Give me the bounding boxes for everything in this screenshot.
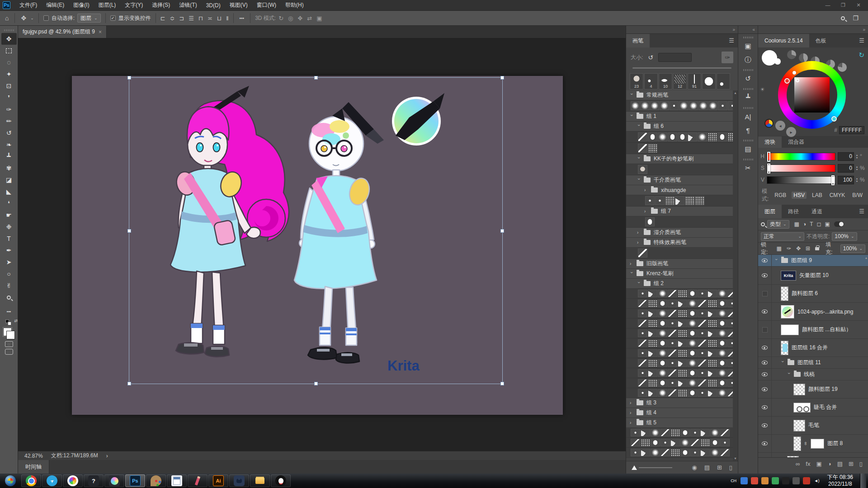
search-icon[interactable] <box>841 16 845 20</box>
brush-group-特殊效果画笔[interactable]: ›特殊效果画笔 <box>626 238 738 248</box>
brush-thumbnail[interactable] <box>668 389 677 397</box>
chevron-down-icon[interactable]: › <box>637 125 642 128</box>
brush-thumbnail[interactable] <box>651 439 660 446</box>
mixer-brush-tool[interactable]: ❧ <box>1 139 17 150</box>
brush-thumbnail[interactable] <box>638 329 647 337</box>
tray-display[interactable] <box>793 477 800 484</box>
brush-thumbnail[interactable] <box>648 359 657 367</box>
quick-mask-button[interactable]: ◌ <box>5 341 13 347</box>
transform-handle[interactable] <box>127 76 131 80</box>
lock-move-icon[interactable]: ✥ <box>795 245 802 252</box>
brush-thumbnail[interactable] <box>648 310 657 317</box>
document-tab[interactable]: fgujgv.psd @ 42.9% (图层组 9 × <box>18 26 107 38</box>
layer-effects-icon[interactable]: fx <box>806 460 810 467</box>
3d-roll-icon[interactable]: ◎ <box>288 15 293 22</box>
status-chevron-icon[interactable]: › <box>106 453 108 459</box>
menu-帮助(H)[interactable]: 帮助(H) <box>281 0 308 11</box>
gamut-pie-icon[interactable] <box>787 50 796 59</box>
default-colors-icon[interactable]: ⇄ <box>5 319 13 326</box>
brush-thumbnail[interactable] <box>638 389 647 397</box>
chevron-icon[interactable]: › <box>787 373 792 376</box>
3d-orbit-icon[interactable]: ↻ <box>278 15 283 22</box>
transform-handle[interactable] <box>314 382 318 385</box>
brush-thumbnail[interactable] <box>698 310 707 317</box>
brush-thumbnail[interactable] <box>678 349 687 357</box>
lock-transparent-icon[interactable]: ▦ <box>776 245 783 252</box>
screen-mode-button[interactable] <box>5 349 13 355</box>
brush-thumbnail[interactable] <box>648 319 657 327</box>
spinner[interactable]: ▴▾ <box>856 165 858 171</box>
scroll-down-icon[interactable]: ▾ <box>734 456 736 460</box>
brush-thumbnail[interactable] <box>708 379 717 387</box>
recent-brush[interactable]: 10 <box>659 73 672 89</box>
history-panel-icon[interactable]: ↺ <box>741 72 756 85</box>
ellipse-tool[interactable]: ○ <box>1 268 17 280</box>
harmony-next-button[interactable]: ▸ <box>786 127 796 137</box>
brush-thumbnail[interactable] <box>631 429 640 436</box>
brush-thumbnail[interactable] <box>698 349 707 357</box>
hand-tool[interactable]: ✌ <box>1 280 17 291</box>
mode-CMYK[interactable]: CMYK <box>828 192 847 199</box>
quick-selection-tool[interactable]: ✦ <box>1 68 17 80</box>
chevron-down-icon[interactable]: › <box>629 115 634 118</box>
slider-marker[interactable] <box>767 164 770 174</box>
3d-slide-icon[interactable]: ⇄ <box>307 15 312 22</box>
brush-thumbnail[interactable] <box>651 449 660 456</box>
brush-thumbnail[interactable] <box>688 369 697 377</box>
recent-brush[interactable]: 12 <box>673 73 687 89</box>
brush-thumbnail[interactable] <box>720 449 730 456</box>
brush-thumbnail[interactable] <box>658 349 667 357</box>
brush-thumbnail[interactable] <box>708 300 717 307</box>
art-history-brush-tool[interactable]: ✾ <box>1 162 17 174</box>
brush-thumbnail[interactable] <box>708 319 717 327</box>
brush-thumbnail[interactable] <box>678 329 687 337</box>
brush-thumbnail[interactable] <box>720 429 730 436</box>
close-tab-icon[interactable]: × <box>99 29 102 35</box>
hue-marker-secondary[interactable] <box>831 116 837 122</box>
brush-thumbnail[interactable] <box>680 449 690 456</box>
brush-group-旧版画笔[interactable]: ›旧版画笔 <box>626 259 738 269</box>
brush-thumbnail[interactable] <box>698 369 707 377</box>
new-group-icon[interactable]: ▤ <box>837 460 843 467</box>
brush-thumbnail[interactable] <box>660 439 670 446</box>
brush-thumbnail[interactable] <box>658 290 667 297</box>
brush-thumbnail[interactable] <box>678 319 687 327</box>
collapse-panel-icon[interactable]: » <box>863 27 865 32</box>
brush-group-常规画笔[interactable]: ›常规画笔 <box>626 90 738 100</box>
brush-thumbnail[interactable] <box>718 101 727 110</box>
align-center-h-icon[interactable]: ≎ <box>170 15 175 22</box>
pen-tool[interactable]: ✒ <box>1 244 17 256</box>
layer-row-颜料图层 19[interactable]: 颜料图层 19 <box>758 380 868 399</box>
transform-handle[interactable] <box>127 229 131 233</box>
brush-thumbnail[interactable] <box>720 439 730 446</box>
brushes-tab[interactable]: 画笔 <box>626 34 650 47</box>
collapse-panel-icon[interactable]: » <box>732 27 735 32</box>
color-swatches[interactable] <box>3 328 15 339</box>
brush-thumbnail[interactable] <box>695 196 704 205</box>
slider-track-H[interactable] <box>767 153 835 160</box>
tab-路径[interactable]: 路径 <box>782 205 805 218</box>
brush-thumbnail[interactable] <box>680 429 690 436</box>
taskbar-app-chrome[interactable] <box>21 474 41 487</box>
expand-panels-icon[interactable]: « <box>752 27 755 32</box>
scroll-up-icon[interactable]: ▴ <box>734 91 736 95</box>
layer-visibility-toggle[interactable] <box>758 285 772 302</box>
brush-thumbnail[interactable] <box>638 165 647 174</box>
mode-B/W[interactable]: B/W <box>850 192 864 199</box>
brush-thumbnail[interactable] <box>717 349 727 357</box>
smudge-tool[interactable]: ☛ <box>1 209 17 221</box>
taskbar-app-color-wheel-app[interactable] <box>63 474 83 487</box>
brush-thumbnail[interactable] <box>640 101 649 110</box>
hue-wheel[interactable] <box>778 61 846 129</box>
brush-thumbnail[interactable] <box>641 449 650 456</box>
brush-thumbnail[interactable] <box>698 319 707 327</box>
brush-thumbnail[interactable] <box>688 310 697 317</box>
brush-thumbnail[interactable] <box>660 429 670 436</box>
brush-thumbnail[interactable] <box>638 310 647 317</box>
tools-panel-icon[interactable]: ✂ <box>741 161 756 175</box>
brush-thumbnail[interactable] <box>688 359 697 367</box>
layer-visibility-toggle[interactable] <box>758 267 772 284</box>
menu-滤镜(T)[interactable]: 滤镜(T) <box>175 0 201 11</box>
brush-thumbnail[interactable] <box>688 329 697 337</box>
new-group-icon[interactable]: ▤ <box>704 464 710 471</box>
